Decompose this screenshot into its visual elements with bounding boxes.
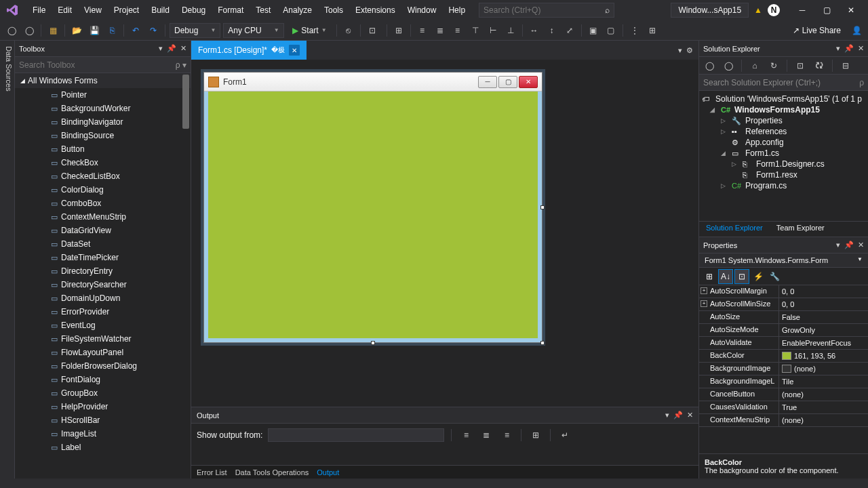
close-icon[interactable]: ✕ xyxy=(180,44,186,53)
close-icon[interactable]: ✕ xyxy=(858,44,864,53)
form-window[interactable]: Form1 ─ ▢ ✕ xyxy=(203,72,542,343)
vspace-icon[interactable]: ↕ xyxy=(545,23,559,38)
close-button[interactable]: ✕ xyxy=(840,1,863,19)
toolbox-item[interactable]: ▭DirectoryEntry xyxy=(15,264,191,278)
pin-icon[interactable]: �极 xyxy=(271,45,285,55)
output-btn2[interactable]: ≣ xyxy=(479,428,494,443)
save-icon[interactable]: 💾 xyxy=(87,23,102,38)
menu-tools[interactable]: Tools xyxy=(319,3,349,18)
tab-form1-design[interactable]: Form1.cs [Design]* �极 ✕ xyxy=(191,41,307,60)
categorized-icon[interactable]: ⊞ xyxy=(702,269,717,284)
toolbox-item[interactable]: ▭CheckBox xyxy=(15,156,191,169)
resize-handle-e[interactable] xyxy=(540,205,545,209)
menu-help[interactable]: Help xyxy=(443,3,471,18)
solution-search[interactable]: Search Solution Explorer (Ctrl+;) ρ xyxy=(699,75,868,91)
toolbox-item[interactable]: ▭DataGridView xyxy=(15,224,191,237)
toolbox-item[interactable]: ▭DateTimePicker xyxy=(15,251,191,264)
pin-icon[interactable]: 📌 xyxy=(844,44,854,53)
tree-properties[interactable]: ▷🔧Properties xyxy=(699,115,868,126)
resize-handle-s[interactable] xyxy=(371,341,375,345)
redo-icon[interactable]: ↷ xyxy=(146,23,161,38)
toolbox-search-input[interactable] xyxy=(19,60,176,70)
pin-icon[interactable]: 📌 xyxy=(673,411,683,420)
tree-program[interactable]: ▷C#Program.cs xyxy=(699,180,868,191)
collapse-icon[interactable]: ⊟ xyxy=(838,58,853,73)
close-icon[interactable]: ✕ xyxy=(687,411,693,420)
tree-form1-resx[interactable]: ⎘Form1.resx xyxy=(699,169,868,180)
tab-dropdown-icon[interactable]: ▾ xyxy=(678,46,682,55)
resize-handle-se[interactable] xyxy=(540,341,545,345)
config-dropdown[interactable]: Debug▼ xyxy=(170,23,220,38)
property-row[interactable]: BackgroundImageLTile xyxy=(699,375,868,388)
notifications-icon[interactable]: N xyxy=(768,4,780,16)
undo-icon[interactable]: ↶ xyxy=(128,23,143,38)
property-row[interactable]: AutoSizeModeGrowOnly xyxy=(699,324,868,337)
property-row[interactable]: CausesValidationTrue xyxy=(699,401,868,414)
menu-edit[interactable]: Edit xyxy=(52,3,77,18)
feedback-icon[interactable]: 👤 xyxy=(849,23,864,38)
close-tab-icon[interactable]: ✕ xyxy=(289,45,300,56)
toolbox-item[interactable]: ▭Button xyxy=(15,142,191,156)
form-body[interactable] xyxy=(204,92,542,342)
start-button[interactable]: ▶Start▼ xyxy=(287,23,332,38)
toolbox-item[interactable]: ▭EventLog xyxy=(15,319,191,332)
size-icon[interactable]: ⤢ xyxy=(562,23,577,38)
toolbox-item[interactable]: ▭FolderBrowserDialog xyxy=(15,359,191,373)
minimize-button[interactable]: ─ xyxy=(791,1,814,19)
hspace-icon[interactable]: ↔ xyxy=(527,23,542,38)
step-icon[interactable]: ⊡ xyxy=(365,23,380,38)
menu-window[interactable]: Window xyxy=(402,3,442,18)
search-input[interactable] xyxy=(484,5,605,15)
show-all-icon[interactable]: ⊡ xyxy=(793,58,808,73)
dropdown-icon[interactable]: ▾ xyxy=(836,44,840,53)
toolbox-item[interactable]: ▭ContextMenuStrip xyxy=(15,210,191,224)
property-row[interactable]: BackgroundImage(none) xyxy=(699,363,868,375)
bring-front-icon[interactable]: ▣ xyxy=(586,23,601,38)
property-row[interactable]: AutoSizeFalse xyxy=(699,311,868,324)
menu-project[interactable]: Project xyxy=(108,3,144,18)
close-icon[interactable]: ✕ xyxy=(858,241,864,249)
properties-icon[interactable]: ⊡ xyxy=(734,269,749,284)
dropdown-icon[interactable]: ▾ xyxy=(836,241,840,249)
maximize-button[interactable]: ▢ xyxy=(815,1,838,19)
send-back-icon[interactable]: ▢ xyxy=(604,23,618,38)
save-all-icon[interactable]: ⎘ xyxy=(104,23,119,38)
align-left-icon[interactable]: ≡ xyxy=(415,23,430,38)
toolbox-item[interactable]: ▭ColorDialog xyxy=(15,183,191,197)
output-btn3[interactable]: ≡ xyxy=(499,428,514,443)
prop-pages-icon[interactable]: 🔧 xyxy=(767,269,782,284)
alphabetical-icon[interactable]: A↓ xyxy=(718,269,733,284)
property-row[interactable]: BackColor161, 193, 56 xyxy=(699,350,868,363)
toolbox-item[interactable]: ▭Pointer xyxy=(15,88,191,102)
menu-file[interactable]: File xyxy=(27,3,51,18)
pin-icon[interactable]: 📌 xyxy=(844,241,854,249)
toolbox-item[interactable]: ▭BackgroundWorker xyxy=(15,102,191,115)
gear-icon[interactable]: ⚙ xyxy=(686,46,693,55)
tree-form1-designer[interactable]: ▷⎘Form1.Designer.cs xyxy=(699,159,868,169)
data-sources-tab[interactable]: Data Sources xyxy=(0,41,15,479)
tab-solution-explorer[interactable]: Solution Explorer xyxy=(699,222,770,237)
toolbox-item[interactable]: ▭FontDialog xyxy=(15,373,191,386)
toolbox-item[interactable]: ▭GroupBox xyxy=(15,386,191,400)
layout-icon[interactable]: ⊞ xyxy=(645,23,660,38)
global-search[interactable]: ⌕ xyxy=(479,3,614,18)
dropdown-icon[interactable]: ▾ xyxy=(665,411,669,420)
align-right-icon[interactable]: ≡ xyxy=(450,23,465,38)
output-btn1[interactable]: ≡ xyxy=(458,428,473,443)
property-row[interactable]: AutoValidateEnablePreventFocus xyxy=(699,337,868,350)
refresh-icon[interactable]: 🗘 xyxy=(812,58,827,73)
tree-references[interactable]: ▷▪▪References xyxy=(699,126,868,137)
align-center-icon[interactable]: ≣ xyxy=(433,23,448,38)
menu-format[interactable]: Format xyxy=(212,3,249,18)
scrollbar-thumb[interactable] xyxy=(182,75,189,129)
toolbox-group[interactable]: ◢All Windows Forms xyxy=(15,73,191,88)
property-row[interactable]: +AutoScrollMargin0, 0 xyxy=(699,285,868,298)
toolbox-item[interactable]: ▭Label xyxy=(15,441,191,454)
property-row[interactable]: +AutoScrollMinSize0, 0 xyxy=(699,298,868,311)
menu-view[interactable]: View xyxy=(79,3,107,18)
align-mid-icon[interactable]: ⊢ xyxy=(486,23,500,38)
toolbox-item[interactable]: ▭HelpProvider xyxy=(15,400,191,413)
menu-analyze[interactable]: Analyze xyxy=(277,3,317,18)
tab-data-tools[interactable]: Data Tools Operations xyxy=(235,468,309,476)
toolbox-item[interactable]: ▭DomainUpDown xyxy=(15,291,191,305)
